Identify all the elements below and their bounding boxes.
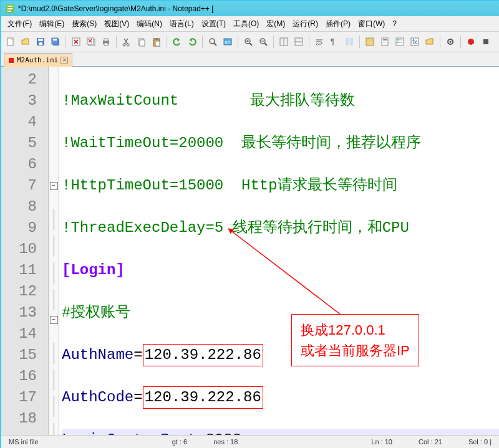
svg-rect-22 — [155, 38, 158, 40]
code-comment: 最长等待时间，推荐以程序 — [241, 135, 421, 151]
menu-search[interactable]: 搜索(S) — [68, 18, 100, 30]
menu-settings[interactable]: 设置(T) — [198, 18, 230, 30]
menu-plugins[interactable]: 插件(P) — [322, 18, 354, 30]
modified-icon — [8, 57, 14, 64]
svg-rect-23 — [155, 41, 160, 46]
new-file-icon[interactable] — [4, 35, 17, 49]
svg-rect-1 — [7, 6, 12, 7]
save-icon[interactable] — [34, 35, 47, 49]
svg-point-47 — [450, 41, 452, 43]
menu-help[interactable]: ? — [389, 19, 400, 29]
code-section: [Login] — [62, 262, 125, 279]
code-area[interactable]: !MaxWaitCount 最大排队等待数 !WaitTimeOut=20000… — [59, 67, 499, 448]
separator — [273, 36, 274, 48]
svg-rect-43 — [399, 42, 402, 43]
paste-icon[interactable] — [150, 35, 163, 49]
svg-rect-38 — [383, 42, 385, 42]
code-text: !WaitTimeOut=20000 — [62, 135, 241, 151]
close-all-icon[interactable] — [84, 35, 98, 49]
udl-icon[interactable] — [363, 35, 377, 49]
svg-text:fx: fx — [412, 39, 417, 45]
menu-window[interactable]: 窗口(W) — [354, 18, 389, 30]
line-number-gutter: 23456789101112131415161718 — [1, 67, 49, 448]
sync-h-icon[interactable] — [292, 35, 306, 49]
code-key: AuthName — [62, 346, 133, 363]
svg-rect-6 — [38, 39, 43, 41]
editor[interactable]: 23456789101112131415161718 −− !MaxWaitCo… — [1, 67, 499, 448]
code-comment: 线程等待执行时间，和CPU — [233, 219, 409, 236]
redo-icon[interactable] — [185, 35, 199, 49]
callout-line1: 换成127.0.0.1 — [301, 320, 410, 340]
svg-rect-40 — [397, 39, 399, 41]
menu-macro[interactable]: 宏(M) — [263, 18, 289, 30]
undo-icon[interactable] — [170, 35, 184, 49]
allchars-icon[interactable]: ¶ — [327, 35, 341, 49]
svg-rect-2 — [7, 8, 12, 9]
code-text: !ThreadExecDelay=5 — [62, 219, 233, 236]
svg-rect-42 — [399, 39, 402, 41]
status-filetype: MS ini file — [5, 438, 42, 446]
svg-rect-10 — [53, 39, 57, 41]
code-key: AuthCode — [62, 389, 133, 406]
tabstrip: M2Auth.ini ✕ — [1, 52, 499, 67]
window: *D:\mud2.0\GateServer\logingate\M2Auth.i… — [0, 0, 499, 448]
doc-list-icon[interactable] — [393, 35, 407, 49]
menubar: 文件(F) 编辑(E) 搜索(S) 视图(V) 编码(N) 语言(L) 设置(T… — [1, 16, 499, 32]
app-icon — [5, 4, 15, 14]
svg-rect-49 — [483, 39, 488, 44]
zoom-in-icon[interactable] — [241, 35, 255, 49]
find-icon[interactable] — [206, 35, 220, 49]
zoom-out-icon[interactable] — [256, 35, 270, 49]
record-icon[interactable] — [464, 35, 478, 49]
open-file-icon[interactable] — [19, 35, 32, 49]
svg-rect-34 — [366, 38, 374, 45]
print-icon[interactable] — [99, 35, 113, 49]
svg-point-24 — [210, 39, 215, 44]
window-title: *D:\mud2.0\GateServer\logingate\M2Auth.i… — [18, 1, 214, 16]
function-list-icon[interactable]: fx — [408, 35, 422, 49]
svg-text:¶: ¶ — [331, 37, 334, 46]
status-col: Col : 21 — [415, 438, 446, 446]
separator — [440, 36, 440, 48]
menu-encoding[interactable]: 编码(N) — [133, 18, 166, 30]
annotation-box: 120.39.222.86 — [143, 386, 263, 409]
save-all-icon[interactable] — [49, 35, 62, 49]
svg-rect-15 — [104, 39, 108, 41]
menu-edit[interactable]: 编辑(E) — [36, 18, 68, 30]
menu-file[interactable]: 文件(F) — [4, 18, 36, 30]
monitor-icon[interactable] — [443, 35, 457, 49]
code-comment: 最大排队等待数 — [250, 92, 355, 109]
svg-rect-41 — [397, 42, 399, 43]
svg-rect-7 — [39, 42, 42, 45]
tab-active[interactable]: M2Auth.ini ✕ — [4, 53, 72, 67]
stop-icon[interactable] — [479, 35, 493, 49]
replace-icon[interactable]: ab — [221, 35, 235, 49]
fold-toggle-icon[interactable]: − — [50, 182, 58, 190]
menu-tools[interactable]: 工具(O) — [230, 18, 263, 30]
titlebar: *D:\mud2.0\GateServer\logingate\M2Auth.i… — [1, 1, 499, 16]
copy-icon[interactable] — [135, 35, 148, 49]
svg-rect-50 — [9, 58, 14, 63]
status-length: gt : 6 — [168, 438, 191, 446]
tab-close-icon[interactable]: ✕ — [61, 57, 68, 64]
separator — [167, 36, 167, 48]
doc-map-icon[interactable] — [378, 35, 392, 49]
toolbar: ab ¶ fx — [1, 32, 499, 52]
sync-v-icon[interactable] — [277, 35, 291, 49]
close-icon[interactable] — [69, 35, 83, 49]
separator — [65, 36, 66, 48]
fold-toggle-icon[interactable]: − — [50, 316, 58, 324]
separator — [309, 36, 309, 48]
wordwrap-icon[interactable] — [312, 35, 326, 49]
svg-rect-36 — [383, 39, 387, 40]
svg-rect-16 — [104, 43, 108, 45]
code-eq: = — [133, 346, 142, 363]
menu-language[interactable]: 语言(L) — [166, 18, 198, 30]
indent-guide-icon[interactable] — [342, 35, 356, 49]
folder-icon[interactable] — [423, 35, 437, 49]
svg-text:ab: ab — [225, 39, 230, 45]
statusbar: MS ini file gt : 6 nes : 18 Ln : 10 Col … — [1, 435, 499, 448]
menu-run[interactable]: 运行(R) — [289, 18, 322, 30]
menu-view[interactable]: 视图(V) — [100, 18, 133, 30]
cut-icon[interactable] — [120, 35, 133, 49]
